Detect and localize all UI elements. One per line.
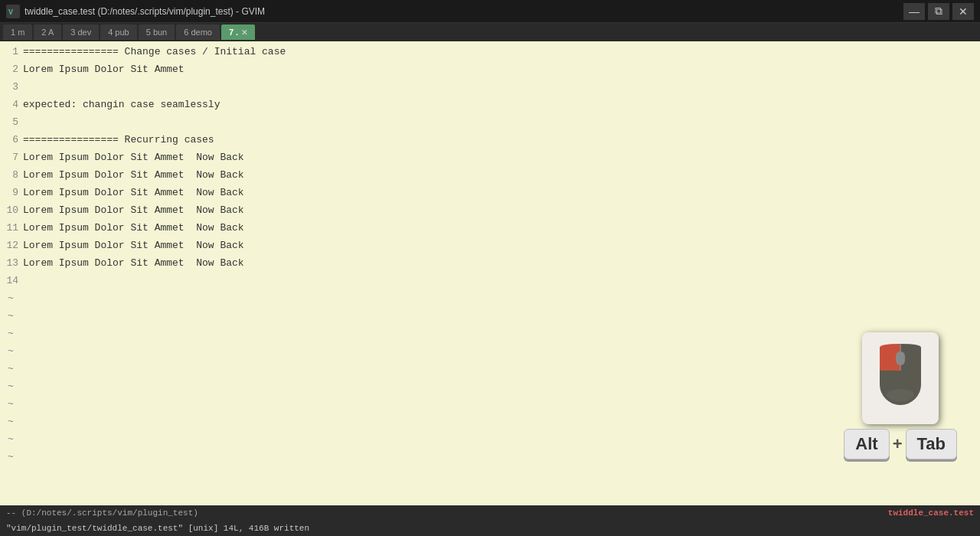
editor-line-2: 2 Lorem Ipsum Dolor Sit Ammet xyxy=(0,60,980,78)
restore-button[interactable]: ⧉ xyxy=(928,3,949,20)
cmd-text: "vim/plugin_test/twiddle_case.test" [uni… xyxy=(6,524,309,533)
editor-line-1: 1 ================ Change cases / Initia… xyxy=(0,43,980,60)
tilde-line-4: ~ xyxy=(0,342,980,360)
keybind-bar: Alt + Tab xyxy=(844,429,957,459)
tab-3[interactable]: 3 dev xyxy=(63,25,99,40)
editor-line-10: 10 Lorem Ipsum Dolor Sit Ammet Now Back xyxy=(0,201,980,219)
svg-rect-4 xyxy=(896,351,905,365)
tab-2[interactable]: 2 A xyxy=(34,25,61,40)
tilde-line-6: ~ xyxy=(0,377,980,395)
tilde-line-7: ~ xyxy=(0,395,980,413)
title-controls: — ⧉ ✕ xyxy=(903,3,974,20)
cmd-line: "vim/plugin_test/twiddle_case.test" [uni… xyxy=(0,521,980,536)
svg-text:V: V xyxy=(8,8,13,17)
tab-key: Tab xyxy=(906,429,957,459)
editor-line-4: 4 expected: changin case seamlessly xyxy=(0,96,980,113)
tilde-line-9: ~ xyxy=(0,430,980,448)
editor-line-9: 9 Lorem Ipsum Dolor Sit Ammet Now Back xyxy=(0,184,980,201)
tilde-line-10: ~ xyxy=(0,448,980,466)
status-bar: -- (D:/notes/.scripts/vim/plugin_test) t… xyxy=(0,505,980,521)
tab-bar: 1 m 2 A 3 dev 4 pub 5 bun 6 demo 7 . ✕ xyxy=(0,23,980,41)
editor-line-5: 5 xyxy=(0,113,980,131)
tilde-line-3: ~ xyxy=(0,325,980,342)
svg-point-5 xyxy=(887,389,914,401)
editor-line-6: 6 ================ Recurring cases xyxy=(0,131,980,149)
close-button[interactable]: ✕ xyxy=(952,3,974,20)
app-icon: V xyxy=(6,5,20,18)
tab-6[interactable]: 6 demo xyxy=(176,25,220,40)
tab-7[interactable]: 7 . ✕ xyxy=(221,25,255,40)
title-left: V twiddle_case.test (D:/notes/.scripts/v… xyxy=(6,5,265,18)
tilde-line-2: ~ xyxy=(0,307,980,325)
tab-1[interactable]: 1 m xyxy=(3,25,32,40)
tab-5[interactable]: 5 bun xyxy=(139,25,175,40)
alttab-overlay: Alt + Tab xyxy=(844,332,957,459)
plus-separator: + xyxy=(893,434,903,454)
minimize-button[interactable]: — xyxy=(903,3,925,20)
mouse-svg xyxy=(874,340,927,417)
tab-close-icon[interactable]: ✕ xyxy=(241,28,247,37)
editor[interactable]: 1 ================ Change cases / Initia… xyxy=(0,41,980,505)
tab-4[interactable]: 4 pub xyxy=(100,25,137,40)
status-filename: twiddle_case.test xyxy=(888,508,974,518)
tilde-line-8: ~ xyxy=(0,413,980,430)
editor-line-12: 12 Lorem Ipsum Dolor Sit Ammet Now Back xyxy=(0,237,980,254)
editor-line-7: 7 Lorem Ipsum Dolor Sit Ammet Now Back xyxy=(0,149,980,166)
title-bar: V twiddle_case.test (D:/notes/.scripts/v… xyxy=(0,0,980,23)
editor-line-11: 11 Lorem Ipsum Dolor Sit Ammet Now Back xyxy=(0,219,980,237)
title-text: twiddle_case.test (D:/notes/.scripts/vim… xyxy=(24,6,265,17)
editor-line-14: 14 xyxy=(0,272,980,289)
editor-line-13: 13 Lorem Ipsum Dolor Sit Ammet Now Back xyxy=(0,254,980,272)
editor-line-8: 8 Lorem Ipsum Dolor Sit Ammet Now Back xyxy=(0,166,980,184)
tilde-line-1: ~ xyxy=(0,289,980,307)
mouse-icon xyxy=(862,332,939,424)
tilde-line-5: ~ xyxy=(0,360,980,377)
editor-line-3: 3 xyxy=(0,78,980,96)
alt-key: Alt xyxy=(844,429,889,459)
status-left: -- (D:/notes/.scripts/vim/plugin_test) xyxy=(6,508,198,518)
status-right: twiddle_case.test xyxy=(888,508,974,518)
